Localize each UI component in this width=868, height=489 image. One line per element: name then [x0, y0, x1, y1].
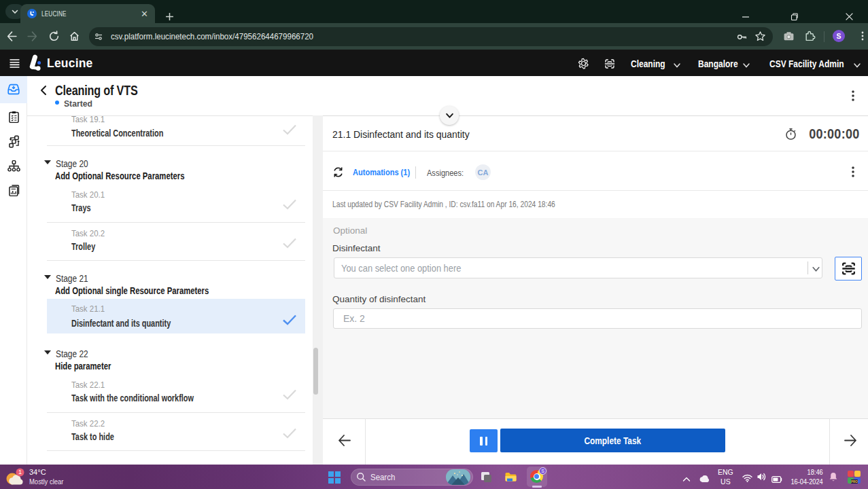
svg-text:PRO: PRO	[851, 480, 858, 484]
svg-text:1: 1	[18, 469, 22, 475]
